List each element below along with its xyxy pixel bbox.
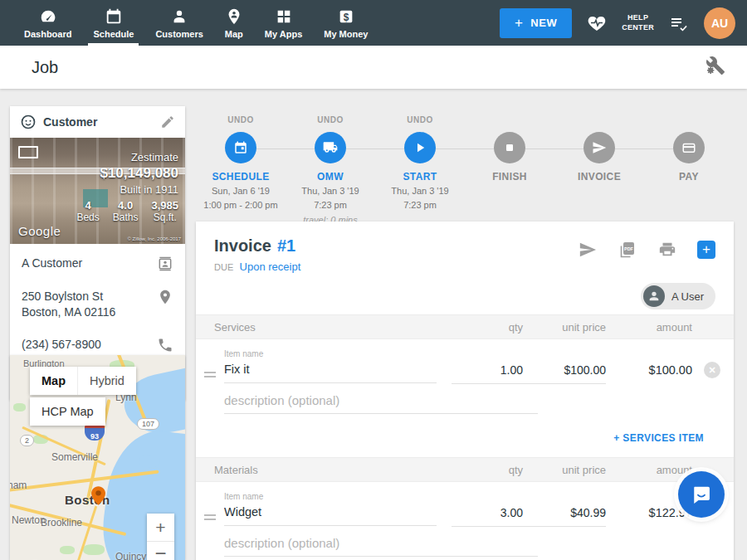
contact-card-icon[interactable] — [157, 256, 173, 272]
service-description-input[interactable] — [224, 391, 538, 414]
undo-link[interactable]: UNDO — [196, 115, 286, 126]
phone-icon[interactable] — [157, 337, 173, 353]
pay-step-button[interactable] — [673, 132, 705, 163]
step-time: 7:23 pm — [375, 199, 465, 211]
map-canvas[interactable]: 2 107 93 Burlington Lynn Somerville ham … — [10, 355, 185, 560]
nav-item-my-apps[interactable]: My Apps — [254, 0, 313, 46]
map-label-somerville: Somerville — [51, 451, 98, 463]
delete-item-icon[interactable]: ✕ — [704, 362, 720, 378]
send-invoice-icon[interactable] — [578, 241, 598, 259]
qty-column-header: qty — [452, 464, 523, 476]
nav-label: Map — [225, 29, 243, 39]
page-title: Job — [32, 58, 58, 77]
material-description-row — [196, 527, 734, 557]
new-button-label: NEW — [530, 17, 557, 29]
undo-link[interactable]: UNDO — [286, 115, 375, 126]
nav-item-customers[interactable]: Customers — [144, 0, 213, 46]
invoice-card: Invoice #1 DUE Upon receipt PDF + — [196, 222, 734, 560]
nav-item-map[interactable]: Map — [214, 0, 254, 46]
step-time: 1:00 pm - 2:00 pm — [196, 199, 286, 211]
user-avatar[interactable]: AU — [704, 7, 735, 39]
assigned-user-chip[interactable]: A User — [641, 283, 715, 309]
amount-column-header: amount — [606, 321, 692, 334]
map-button[interactable]: Map — [30, 367, 77, 395]
material-qty-input[interactable] — [452, 502, 523, 527]
stat-value: 4.0 — [113, 199, 139, 212]
zoom-in-button[interactable]: + — [147, 514, 174, 542]
add-invoice-item-button[interactable]: + — [697, 241, 715, 259]
hybrid-button[interactable]: Hybrid — [77, 367, 136, 395]
print-icon[interactable] — [657, 241, 677, 259]
nav-item-my-money[interactable]: $ My Money — [313, 0, 378, 46]
location-pin-icon[interactable] — [157, 289, 173, 305]
schedule-step-button[interactable] — [225, 132, 256, 163]
service-item-name-input[interactable] — [224, 358, 437, 383]
chat-bubble-button[interactable] — [678, 471, 725, 518]
customer-face-icon — [20, 114, 37, 130]
map-zoom-control: + − — [147, 514, 174, 560]
map-card: 2 107 93 Burlington Lynn Somerville ham … — [10, 355, 185, 560]
drag-handle-icon[interactable] — [204, 492, 224, 523]
material-description-input[interactable] — [224, 533, 538, 557]
material-item-name-input[interactable] — [224, 501, 437, 526]
pano-frame-icon[interactable] — [18, 146, 38, 158]
materials-title: Materials — [214, 464, 452, 476]
google-watermark: Google — [18, 224, 61, 238]
unit-price-column-header: unit price — [523, 321, 606, 334]
customer-address-row: 250 Boylston St Boston, MA 02116 — [10, 280, 185, 329]
zestimate-block: Zestimate $10,149,080 Built in 1911 4 Be… — [76, 151, 178, 223]
timeline-step-start: UNDO START Thu, Jan 3 '19 7:23 pm — [375, 115, 465, 226]
service-amount: $100.00 — [606, 349, 692, 377]
zillow-copyright: © Zillow, Inc. 2006-2017 — [128, 236, 181, 241]
material-item-row: Item name $122.97 — [196, 482, 734, 527]
map-type-toggle: Map Hybrid — [30, 367, 136, 395]
my-apps-grid-icon — [275, 7, 293, 26]
undo-link[interactable]: UNDO — [375, 115, 465, 126]
stat-baths: 4.0 Baths — [113, 199, 139, 223]
add-services-item-link[interactable]: + SERVICES ITEM — [613, 432, 704, 444]
calendar-icon — [233, 140, 248, 155]
interstate-93-shield: 93 — [85, 425, 105, 441]
hcp-map-button[interactable]: HCP Map — [30, 397, 105, 426]
help-center-link[interactable]: HELP CENTER — [622, 13, 654, 32]
nav-item-dashboard[interactable]: Dashboard — [13, 0, 82, 46]
credit-card-icon — [681, 140, 696, 155]
services-header-band: Services qty unit price amount — [196, 314, 734, 339]
customer-phone: (234) 567-8900 — [22, 337, 157, 353]
health-heart-icon[interactable] — [586, 13, 608, 33]
undo-placeholder — [465, 115, 554, 126]
stat-sqft: 3,985 Sq.ft. — [151, 199, 178, 223]
due-value-link[interactable]: Upon receipt — [240, 261, 301, 273]
service-qty-input[interactable] — [452, 359, 523, 384]
material-unit-price-input[interactable] — [523, 502, 606, 527]
zoom-out-button[interactable]: − — [147, 542, 174, 560]
finish-step-button[interactable] — [494, 132, 525, 163]
timeline-step-finish: FINISH — [465, 115, 554, 226]
services-title: Services — [214, 321, 452, 334]
timeline-step-omw: UNDO OMW Thu, Jan 3 '19 7:23 pm travel: … — [286, 115, 375, 226]
pdf-icon[interactable]: PDF — [618, 240, 637, 260]
edit-pencil-icon[interactable] — [160, 114, 175, 129]
map-label-brookline: Brookline — [41, 517, 82, 528]
qty-column-header: qty — [452, 321, 523, 334]
zestimate-label: Zestimate — [76, 151, 178, 163]
drag-handle-icon[interactable] — [204, 349, 224, 380]
truck-icon — [322, 139, 339, 156]
nav-item-schedule[interactable]: Schedule — [82, 0, 144, 46]
customer-name: A Customer — [22, 256, 157, 271]
omw-step-button[interactable] — [315, 132, 346, 163]
route-2-shield: 2 — [20, 435, 34, 446]
send-icon — [592, 140, 607, 155]
customer-card-title: Customer — [43, 115, 154, 129]
service-unit-price-input[interactable] — [523, 359, 606, 384]
new-button[interactable]: + NEW — [500, 8, 572, 38]
task-list-check-icon[interactable] — [668, 13, 690, 33]
invoice-step-button[interactable] — [583, 132, 615, 163]
route-107-shield: 107 — [137, 418, 159, 430]
item-name-wrap: Item name — [224, 349, 437, 383]
start-step-button[interactable] — [404, 132, 436, 163]
help-line1: HELP — [622, 13, 654, 22]
job-tools-icon[interactable] — [706, 56, 725, 79]
customer-address: 250 Boylston St Boston, MA 02116 — [22, 289, 157, 320]
nav-label: Dashboard — [24, 29, 71, 39]
